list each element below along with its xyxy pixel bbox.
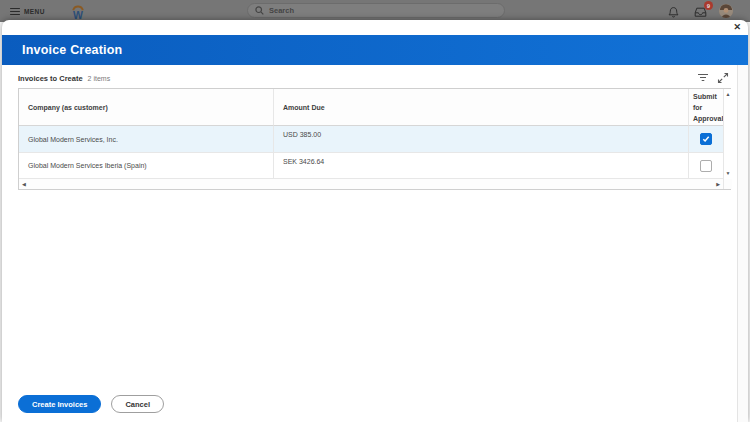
- item-count: 2 items: [88, 75, 111, 82]
- menu-label[interactable]: MENU: [24, 8, 45, 15]
- scroll-right-icon[interactable]: ▶: [716, 182, 720, 187]
- column-header-amount-due: Amount Due: [274, 89, 689, 126]
- top-navigation-bar: MENU W Search 9: [0, 0, 750, 22]
- modal-header: Invoice Creation: [2, 35, 748, 65]
- search-placeholder: Search: [269, 6, 294, 15]
- modal-footer: Create Invoices Cancel: [18, 395, 164, 413]
- close-icon[interactable]: ✕: [733, 22, 741, 33]
- scroll-up-icon[interactable]: ▲: [726, 92, 731, 97]
- table-cell-amount: SEK 3426.64: [274, 153, 689, 179]
- search-input[interactable]: Search: [247, 3, 505, 18]
- notification-badge: 9: [704, 1, 713, 10]
- modal-body: Invoices to Create 2 items Company (as c…: [2, 72, 748, 190]
- user-avatar[interactable]: [719, 4, 733, 18]
- search-icon: [255, 6, 264, 15]
- table-cell-submit: [689, 126, 723, 153]
- vertical-scrollbar[interactable]: ▲ ▼: [723, 89, 732, 179]
- notifications-bell-icon[interactable]: [668, 6, 679, 18]
- filter-icon[interactable]: [697, 73, 709, 83]
- scrollbar-corner: [723, 179, 732, 189]
- table-title: Invoices to Create: [18, 74, 83, 83]
- svg-text:W: W: [73, 9, 83, 21]
- submit-approval-checkbox-row1[interactable]: [700, 133, 712, 145]
- table-toolbar: Invoices to Create 2 items: [18, 72, 731, 85]
- checkmark-icon: [702, 135, 710, 143]
- table-cell-submit: [689, 153, 723, 179]
- invoices-table: Company (as customer) Amount Due Submit …: [18, 88, 731, 190]
- column-header-submit-for-approval: Submit for Approval?: [689, 89, 723, 126]
- modal-scrollbar-track[interactable]: [737, 65, 748, 422]
- submit-approval-checkbox-row2[interactable]: [700, 160, 712, 172]
- table-cell-amount: USD 385.00: [274, 126, 689, 153]
- horizontal-scrollbar[interactable]: ◀ ▶: [19, 179, 723, 189]
- expand-icon[interactable]: [717, 72, 729, 84]
- create-invoices-button[interactable]: Create Invoices: [18, 395, 101, 413]
- table-cell-company: Global Modern Services Iberia (Spain): [19, 153, 274, 179]
- table-cell-company: Global Modern Services, Inc.: [19, 126, 274, 153]
- workday-logo-icon[interactable]: W: [70, 3, 86, 20]
- invoice-creation-modal: ✕ Invoice Creation Invoices to Create 2 …: [2, 20, 748, 422]
- hamburger-menu-icon[interactable]: [10, 8, 20, 15]
- scroll-left-icon[interactable]: ◀: [22, 182, 26, 187]
- page-title: Invoice Creation: [22, 43, 122, 57]
- scroll-down-icon[interactable]: ▼: [726, 171, 731, 176]
- cancel-button[interactable]: Cancel: [111, 395, 164, 413]
- column-header-company: Company (as customer): [19, 89, 274, 126]
